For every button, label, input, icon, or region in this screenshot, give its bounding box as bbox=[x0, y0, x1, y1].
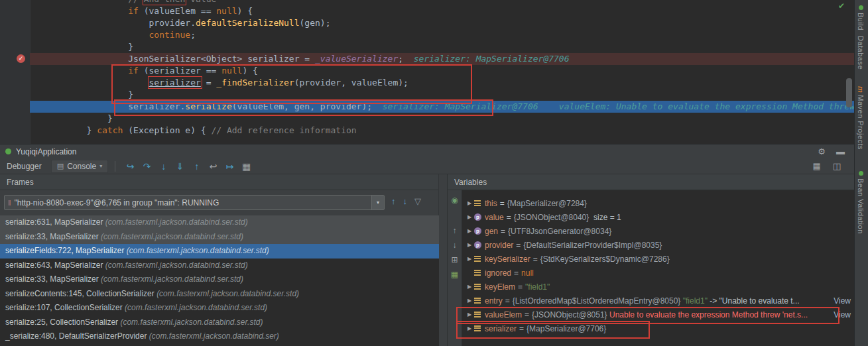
expand-arrow-icon[interactable]: ▶ bbox=[465, 228, 474, 234]
variable-row[interactable]: ▶keyElem="field1" bbox=[462, 280, 855, 294]
expand-arrow-icon[interactable]: ▶ bbox=[465, 284, 474, 290]
frame-down-icon[interactable]: ↓ bbox=[403, 196, 408, 206]
step-out-icon[interactable]: ↑ bbox=[188, 161, 205, 172]
view-link[interactable]: View bbox=[831, 296, 855, 306]
variable-row[interactable]: ▶pvalue={JSONObject@8040} size = 1 bbox=[462, 210, 855, 224]
dock-item-label: Database bbox=[857, 36, 865, 70]
expand-arrow-icon[interactable]: ▶ bbox=[465, 312, 474, 317]
status-dot-icon bbox=[859, 171, 863, 176]
pin-tab-icon[interactable]: ◫ bbox=[833, 161, 841, 171]
code-line: if (valueElem == null) { bbox=[30, 5, 854, 17]
frame-row[interactable]: serialize:107, CollectionSerializer (com… bbox=[0, 301, 439, 316]
variable-row[interactable]: ▶this={MapSerializer@7284} bbox=[462, 196, 855, 210]
parameter-icon: p bbox=[474, 213, 485, 221]
inspections-ok-icon[interactable]: ✔ bbox=[838, 1, 845, 11]
step-over-icon[interactable]: ↷ bbox=[139, 161, 155, 172]
variable-row[interactable]: ▶pgen={UTF8JsonGenerator@8034} bbox=[462, 224, 855, 238]
dock-item-database[interactable]: Database bbox=[857, 36, 865, 70]
equals-sign: = bbox=[515, 282, 525, 292]
code-token: catch bbox=[97, 125, 123, 135]
code-token: JsonSerializer<Object> serializer = bbox=[45, 54, 315, 64]
hide-window-icon[interactable]: ▬ bbox=[836, 146, 845, 156]
variable-value: {ListOrderedMap$ListOrderedMapEntry@8050… bbox=[513, 296, 832, 306]
code-token: } bbox=[45, 125, 97, 135]
code-line: } bbox=[30, 41, 854, 53]
parameter-icon: p bbox=[474, 227, 485, 235]
code-token: serializer: MapSerializer@7706 bbox=[372, 101, 538, 111]
frame-up-icon[interactable]: ↑ bbox=[391, 196, 396, 206]
frames-list: serialize:631, MapSerializer (com.faster… bbox=[0, 215, 439, 346]
dock-item-label: Build bbox=[857, 13, 865, 30]
frame-row[interactable]: _serialize:480, DefaultSerializerProvide… bbox=[0, 329, 439, 344]
frame-row[interactable]: serialize:643, MapSerializer (com.faster… bbox=[0, 259, 439, 273]
nav-down-icon[interactable]: ↓ bbox=[453, 241, 457, 255]
dock-item-maven-projects[interactable]: mMaven Projects bbox=[857, 86, 865, 150]
code-token: (serializer == bbox=[139, 66, 221, 76]
stepping-buttons: ↪↷↓⇓↑↩↦▦ bbox=[122, 160, 255, 172]
variable-row[interactable]: ignored=null bbox=[462, 266, 855, 280]
frame-row[interactable]: serialize:25, CollectionSerializer (com.… bbox=[0, 316, 439, 330]
thread-selector[interactable]: ‖ "http-nio-8080-exec-9"@6,765 in group … bbox=[4, 195, 385, 210]
expand-arrow-icon[interactable]: ▶ bbox=[465, 298, 474, 304]
frame-location: serialize:33, MapSerializer bbox=[5, 232, 101, 241]
variable-row[interactable]: ▶valueElem={JSONObject@8051} Unable to e… bbox=[462, 308, 855, 321]
variable-value: "field1" bbox=[525, 282, 855, 292]
variable-row[interactable]: ▶keySerializer={StdKeySerializers$Dynami… bbox=[462, 252, 855, 266]
view-link[interactable]: View bbox=[831, 310, 855, 319]
tab-debugger[interactable]: Debugger bbox=[0, 162, 48, 171]
frame-row[interactable]: serializeFields:722, MapSerializer (com.… bbox=[0, 244, 439, 259]
equals-sign: = bbox=[517, 324, 527, 333]
dock-item-bean-validation[interactable]: Bean Validation bbox=[857, 170, 865, 234]
tab-console[interactable]: ▤ Console ▾ bbox=[51, 160, 108, 173]
expand-arrow-icon[interactable]: ▶ bbox=[465, 256, 474, 262]
debug-toolbar: Debugger ▤ Console ▾ ↪↷↓⇓↑↩↦▦ ▦◫ bbox=[0, 158, 854, 174]
copy-value-icon[interactable]: ⊞ bbox=[451, 255, 458, 270]
equals-sign: = bbox=[503, 296, 513, 306]
code-token: if bbox=[128, 66, 139, 76]
variable-value: {DefaultSerializerProvider$Impl@8035} bbox=[523, 241, 855, 250]
frame-row[interactable]: serialize:631, MapSerializer (com.faster… bbox=[0, 215, 439, 230]
frame-row[interactable]: serialize:33, MapSerializer (com.fasterx… bbox=[0, 272, 439, 287]
code-token: defaultSerializeNull bbox=[196, 18, 300, 28]
drop-frame-icon[interactable]: ↩ bbox=[205, 161, 221, 172]
expand-arrow-icon[interactable]: ▶ bbox=[465, 325, 474, 331]
evaluate-grid-icon[interactable]: ▦ bbox=[451, 270, 458, 284]
variable-name: ignored bbox=[485, 268, 511, 278]
variable-row[interactable]: ▶entry={ListOrderedMap$ListOrderedMapEnt… bbox=[462, 294, 855, 308]
code-token: ; bbox=[190, 30, 196, 40]
equals-sign: = bbox=[530, 255, 540, 264]
settings-gear-icon[interactable]: ⚙ bbox=[818, 146, 826, 156]
code-token: value bbox=[185, 0, 216, 4]
expand-arrow-icon[interactable]: ▶ bbox=[465, 200, 474, 206]
code-token bbox=[45, 6, 128, 16]
frames-toolbar: ‖ "http-nio-8080-exec-9"@6,765 in group … bbox=[0, 190, 438, 215]
code-token: ; bbox=[398, 54, 403, 64]
combo-dropdown-button[interactable]: ▾ bbox=[371, 196, 384, 209]
step-into-icon[interactable]: ↓ bbox=[155, 161, 172, 172]
frame-row[interactable]: serializeContents:145, CollectionSeriali… bbox=[0, 287, 439, 302]
restore-layout-icon[interactable]: ▦ bbox=[812, 161, 820, 171]
frame-row[interactable]: serialize:33, MapSerializer (com.fasterx… bbox=[0, 230, 439, 245]
dock-item-build[interactable]: Build bbox=[857, 4, 865, 30]
nav-up-icon[interactable]: ↑ bbox=[453, 226, 457, 241]
evaluate-expression-icon[interactable]: ▦ bbox=[238, 161, 255, 172]
variable-row[interactable]: ▶pprovider={DefaultSerializerProvider$Im… bbox=[462, 238, 855, 252]
frame-location: serializeContents:145, CollectionSeriali… bbox=[5, 289, 156, 298]
code-line: } bbox=[30, 113, 854, 125]
run-to-cursor-icon[interactable]: ↦ bbox=[221, 161, 238, 172]
expand-arrow-icon[interactable]: ▶ bbox=[465, 242, 474, 248]
variable-value: {StdKeySerializers$Dynamic@7286} bbox=[540, 255, 855, 264]
variable-row[interactable]: ▶serializer={MapSerializer@7706} bbox=[462, 321, 855, 335]
editor-scrollbar-thumb[interactable] bbox=[846, 78, 852, 107]
field-icon bbox=[474, 298, 485, 304]
frame-location: serializeFields:722, MapSerializer bbox=[5, 246, 127, 255]
code-token: ) { bbox=[242, 66, 257, 76]
watch-icon[interactable]: ◉ bbox=[451, 196, 458, 210]
filter-frames-icon[interactable]: ▽ bbox=[414, 196, 421, 206]
show-execution-point-icon[interactable]: ↪ bbox=[122, 161, 139, 172]
code-line: JsonSerializer<Object> serializer = _val… bbox=[30, 53, 854, 65]
breakpoint-icon[interactable]: ✓ bbox=[17, 54, 25, 63]
code-editor: // And then value if (valueElem == null)… bbox=[0, 0, 854, 144]
expand-arrow-icon[interactable]: ▶ bbox=[465, 214, 474, 220]
force-step-into-icon[interactable]: ⇓ bbox=[172, 161, 188, 172]
